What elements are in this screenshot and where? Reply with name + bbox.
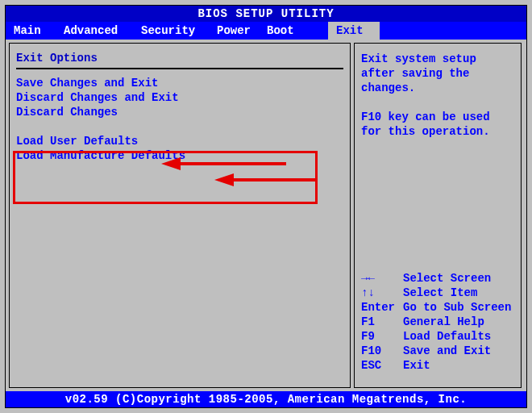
help-text-1: Exit system setup after saving the chang… (361, 52, 514, 95)
nav-f1: F1 General Help (361, 315, 514, 329)
nav-label: Save and Exit (403, 344, 491, 358)
right-panel: Exit system setup after saving the chang… (354, 43, 522, 388)
nav-key: F1 (361, 315, 403, 329)
spacer (361, 95, 514, 110)
nav-label: Go to Sub Screen (403, 300, 511, 315)
nav-label: Load Defaults (403, 329, 491, 344)
menu-save-changes-exit[interactable]: Save Changes and Exit (16, 76, 343, 90)
annotation-arrow-icon (214, 173, 319, 187)
left-panel: Exit Options Save Changes and Exit Disca… (9, 43, 351, 388)
bios-window: BIOS SETUP UTILITY Main Advanced Securit… (5, 5, 527, 408)
title-bar: BIOS SETUP UTILITY (6, 6, 526, 22)
nav-key: F9 (361, 329, 403, 344)
spacer (361, 373, 514, 379)
menu-discard-changes-exit[interactable]: Discard Changes and Exit (16, 90, 343, 105)
nav-hints: →← Select Screen ↑↓ Select Item Enter Go… (361, 271, 514, 379)
nav-label: Select Item (403, 286, 477, 300)
tab-power[interactable]: Power (209, 22, 259, 40)
menu-load-user-defaults[interactable]: Load User Defaults (16, 134, 343, 148)
menu-discard-changes[interactable]: Discard Changes (16, 105, 343, 119)
window-title: BIOS SETUP UTILITY (197, 7, 334, 20)
tab-security[interactable]: Security (133, 22, 209, 40)
footer-text: v02.59 (C)Copyright 1985-2005, American … (65, 393, 467, 406)
nav-key: ↑↓ (361, 286, 403, 300)
nav-key: F10 (361, 344, 403, 358)
nav-select-item: ↑↓ Select Item (361, 286, 514, 300)
nav-key: Enter (361, 300, 403, 315)
tab-boot[interactable]: Boot (259, 22, 309, 40)
menu-load-manufacture-defaults[interactable]: Load Manufacture Defaults (16, 148, 343, 163)
svg-marker-3 (214, 173, 234, 186)
help-text-2: F10 key can be used for this operation. (361, 110, 514, 139)
divider (16, 68, 343, 69)
spacer (16, 119, 343, 134)
nav-key: ESC (361, 358, 403, 373)
tab-bar: Main Advanced Security Power Boot Exit (6, 22, 526, 40)
nav-enter: Enter Go to Sub Screen (361, 300, 514, 315)
footer-bar: v02.59 (C)Copyright 1985-2005, American … (6, 391, 526, 407)
nav-esc: ESC Exit (361, 358, 514, 373)
nav-select-screen: →← Select Screen (361, 271, 514, 286)
tab-main[interactable]: Main (6, 22, 56, 40)
nav-f9: F9 Load Defaults (361, 329, 514, 344)
nav-f10: F10 Save and Exit (361, 344, 514, 358)
content-area: Exit Options Save Changes and Exit Disca… (6, 40, 526, 391)
tab-exit[interactable]: Exit (328, 22, 380, 40)
nav-label: General Help (403, 315, 484, 329)
nav-label: Select Screen (403, 271, 491, 286)
nav-key: →← (361, 271, 403, 286)
nav-label: Exit (403, 358, 430, 373)
tab-advanced[interactable]: Advanced (56, 22, 133, 40)
panel-heading: Exit Options (16, 52, 343, 65)
